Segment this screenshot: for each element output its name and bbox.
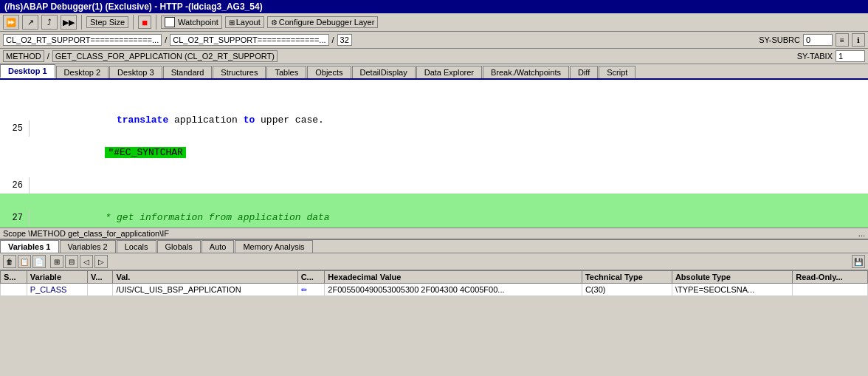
edit-pencil-icon: ✏ xyxy=(301,286,307,294)
var-tab-variables2[interactable]: Variables 2 xyxy=(60,240,116,253)
tab-structures[interactable]: Structures xyxy=(213,66,266,78)
row-val: /UIS/CL_UIS_BSP_APPLICATION xyxy=(113,284,297,296)
scope-bar: Scope \METHOD get_class_for_application\… xyxy=(0,228,868,239)
line-25-code: translate application to upper case. "#E… xyxy=(59,80,868,177)
col-abstype: Absolute Type xyxy=(672,271,792,284)
path-field1: CL_O2_RT_SUPPORT=============... xyxy=(3,34,162,46)
tab-desktop1[interactable]: Desktop 1 xyxy=(0,64,55,78)
col-s: S... xyxy=(1,271,27,284)
slash-sep: / xyxy=(165,35,167,44)
stop-btn[interactable]: ■ xyxy=(138,16,151,29)
var-tab-memory[interactable]: Memory Analysis xyxy=(235,240,312,253)
tab-objects[interactable]: Objects xyxy=(307,66,351,78)
tab-detail-display[interactable]: DetailDisplay xyxy=(352,66,416,78)
var-move-right-btn[interactable]: ▷ xyxy=(94,255,108,268)
line-num-field: 32 xyxy=(337,34,352,46)
row-s xyxy=(1,284,27,296)
title-bar: (/hs)ABAP Debugger(1) (Exclusive) - HTTP… xyxy=(0,0,868,13)
info-icon[interactable]: ℹ xyxy=(852,33,865,47)
tab-tables[interactable]: Tables xyxy=(266,66,306,78)
scroll-indicator: ... xyxy=(858,229,865,238)
var-toolbar-icons: 🗑 📋 📄 ⊞ ⊟ ◁ ▷ xyxy=(3,255,108,268)
configure-label: Configure Debugger Layer xyxy=(279,18,375,27)
toolbar: ⏩ ↗ ⤴ ▶▶ Step Size ■ Watchpoint ⊞ Layout… xyxy=(0,13,868,32)
col-val: Val. xyxy=(113,271,297,284)
desktop-tabs: Desktop 1 Desktop 2 Desktop 3 Standard S… xyxy=(0,64,868,80)
method-name: GET_CLASS_FOR_APPLICATION (CL_O2_RT_SUPP… xyxy=(52,50,278,62)
step-size-btn[interactable]: Step Size xyxy=(86,16,128,28)
tab-desktop2[interactable]: Desktop 2 xyxy=(56,66,109,78)
code-content: 25 translate application to upper case. … xyxy=(0,80,868,228)
col-hexval: Hexadecimal Value xyxy=(325,271,582,284)
row-v xyxy=(88,284,113,296)
var-table: S... Variable V... Val. C... Hexadecimal… xyxy=(0,270,868,296)
step-out-btn[interactable]: ⤴ xyxy=(41,15,58,30)
method-bar: METHOD / GET_CLASS_FOR_APPLICATION (CL_O… xyxy=(0,49,868,64)
code-line-25: 25 translate application to upper case. … xyxy=(0,80,868,177)
var-toolbar: 🗑 📋 📄 ⊞ ⊟ ◁ ▷ 💾 xyxy=(0,253,868,270)
var-save-btn[interactable]: 💾 xyxy=(852,255,865,268)
table-row: P_CLASS /UIS/CL_UIS_BSP_APPLICATION ✏ 2F… xyxy=(1,284,868,296)
col-techtype: Technical Type xyxy=(582,271,672,284)
layout-icon: ⊞ xyxy=(229,18,235,27)
tab-desktop3[interactable]: Desktop 3 xyxy=(109,66,162,78)
watchpoint-btn[interactable]: Watchpoint xyxy=(161,16,222,29)
var-copy-btn[interactable]: 📋 xyxy=(18,255,31,268)
tab-break-watchpoints[interactable]: Break./Watchpoints xyxy=(483,66,569,78)
var-tab-globals[interactable]: Globals xyxy=(157,240,201,253)
var-table-header-row: S... Variable V... Val. C... Hexadecimal… xyxy=(1,271,868,284)
method-type: METHOD xyxy=(3,50,44,62)
scope-text: Scope \METHOD get_class_for_application\… xyxy=(3,229,169,238)
line-number-26: 26 xyxy=(0,177,30,194)
var-collapse-btn[interactable]: ⊟ xyxy=(65,255,78,268)
var-delete-btn[interactable]: 🗑 xyxy=(3,255,16,268)
var-expand-btn[interactable]: ⊞ xyxy=(50,255,63,268)
path-field2: CL_O2_RT_SUPPORT=============... xyxy=(170,34,328,46)
var-tab-variables1[interactable]: Variables 1 xyxy=(0,240,59,253)
layout-label: Layout xyxy=(236,18,261,27)
code-line-26: 26 xyxy=(0,177,868,194)
line-27-code: * get information from application data xyxy=(59,194,868,228)
tab-script[interactable]: Script xyxy=(599,66,636,78)
row-techtype: C(30) xyxy=(582,284,672,296)
configure-btn[interactable]: ⚙ Configure Debugger Layer xyxy=(267,16,379,28)
tab-standard[interactable]: Standard xyxy=(163,66,213,78)
col-readonly: Read-Only... xyxy=(793,271,868,284)
var-tab-auto[interactable]: Auto xyxy=(202,240,235,253)
code-line-27: 27 * get information from application da… xyxy=(0,194,868,228)
col-c: C... xyxy=(297,271,325,284)
row-readonly xyxy=(793,284,868,296)
var-clipboard-btn[interactable]: 📄 xyxy=(32,255,46,268)
col-variable: Variable xyxy=(27,271,87,284)
configure-icon: ⚙ xyxy=(271,18,278,27)
variables-section: Variables 1 Variables 2 Locals Globals A… xyxy=(0,239,868,296)
col-v: V... xyxy=(88,271,113,284)
var-tabs-bar: Variables 1 Variables 2 Locals Globals A… xyxy=(0,240,868,253)
var-tab-locals[interactable]: Locals xyxy=(117,240,156,253)
syntchar-annotation: "#EC_SYNTCHAR xyxy=(105,147,185,158)
step-into-btn[interactable]: ⏩ xyxy=(3,15,19,30)
tab-data-explorer[interactable]: Data Explorer xyxy=(416,66,482,78)
row-c[interactable]: ✏ xyxy=(297,284,325,296)
row-abstype: \TYPE=SEOCLSNA... xyxy=(672,284,792,296)
info-bar: CL_O2_RT_SUPPORT=============... / CL_O2… xyxy=(0,32,868,49)
slash-sep2: / xyxy=(332,35,334,44)
row-hexval: 2F005500490053005300 2F004300 4C005F00..… xyxy=(325,284,582,296)
row-variable[interactable]: P_CLASS xyxy=(27,284,87,296)
sy-subrc-value[interactable]: 0 xyxy=(803,34,833,46)
layout-btn[interactable]: ⊞ Layout xyxy=(225,16,264,28)
continue-btn[interactable]: ▶▶ xyxy=(61,15,77,30)
var-move-left-btn[interactable]: ◁ xyxy=(80,255,93,268)
line-number-27: 27 xyxy=(0,210,30,226)
slash-method: / xyxy=(47,52,49,61)
list-icon[interactable]: ≡ xyxy=(836,33,849,47)
watchpoint-label: Watchpoint xyxy=(178,18,218,27)
title-text: (/hs)ABAP Debugger(1) (Exclusive) - HTTP… xyxy=(4,1,263,12)
sy-tabix-value[interactable]: 1 xyxy=(836,50,865,62)
sy-subrc-label: SY-SUBRC xyxy=(759,35,800,44)
step-size-label: Step Size xyxy=(90,18,125,27)
line-number-25: 25 xyxy=(0,120,30,137)
tab-diff[interactable]: Diff xyxy=(570,66,598,78)
sy-tabix-label: SY-TABIX xyxy=(797,52,833,61)
step-over-btn[interactable]: ↗ xyxy=(22,15,38,30)
